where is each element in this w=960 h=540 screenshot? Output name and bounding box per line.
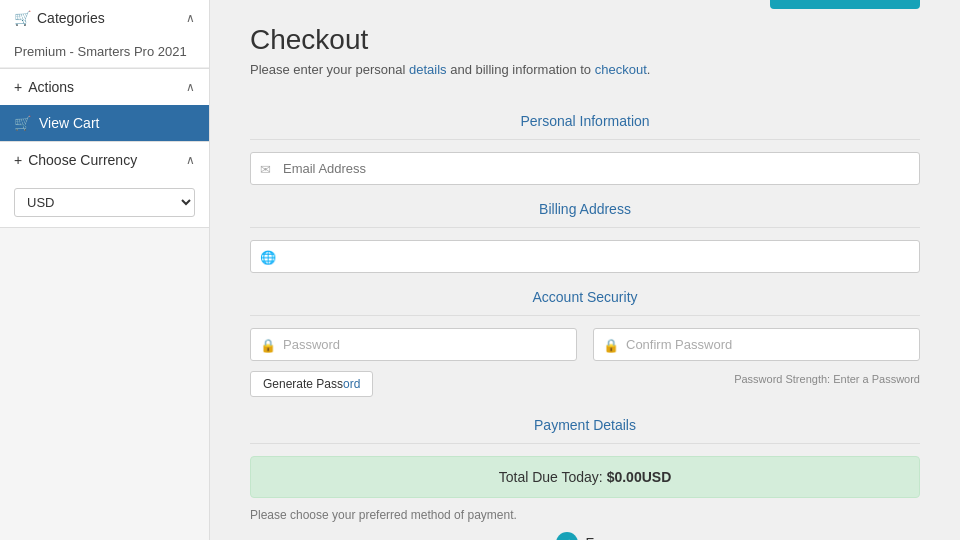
password-input[interactable] bbox=[250, 328, 577, 361]
chevron-up-actions-icon: ∧ bbox=[186, 80, 195, 94]
email-icon: ✉ bbox=[260, 161, 271, 176]
free-option-row: ✓ Free bbox=[250, 532, 920, 540]
generate-password-button[interactable]: Generate Passord bbox=[250, 371, 373, 397]
currency-dropdown-wrapper: USD EUR GBP bbox=[0, 178, 209, 227]
total-value: $0.00USD bbox=[607, 469, 672, 485]
page-subtitle: Please enter your personal details and b… bbox=[250, 62, 920, 77]
billing-address-title: Billing Address bbox=[250, 201, 920, 217]
subtitle-pre: Please enter your personal bbox=[250, 62, 409, 77]
already-registered-button[interactable]: Already Registered? bbox=[770, 0, 920, 9]
email-field-wrapper: ✉ bbox=[250, 152, 920, 185]
cart-icon: 🛒 bbox=[14, 10, 31, 26]
currency-select[interactable]: USD EUR GBP bbox=[14, 188, 195, 217]
country-field-wrapper: 🌐 United States bbox=[250, 240, 920, 273]
lock-icon: 🔒 bbox=[260, 337, 276, 352]
sidebar-actions-label: Actions bbox=[28, 79, 74, 95]
free-label: Free bbox=[586, 535, 615, 540]
preferred-method-text: Please choose your preferred method of p… bbox=[250, 508, 920, 522]
password-field-wrapper: 🔒 bbox=[250, 328, 577, 361]
page-title: Checkout bbox=[250, 24, 920, 56]
password-row: 🔒 🔒 bbox=[250, 328, 920, 361]
password-strength-text: Password Strength: Enter a Password bbox=[734, 373, 920, 385]
lock-confirm-icon: 🔒 bbox=[603, 337, 619, 352]
sidebar-view-cart-item[interactable]: 🛒 View Cart bbox=[0, 105, 209, 141]
account-security-title: Account Security bbox=[250, 289, 920, 305]
sidebar: 🛒 Categories ∧ Premium - Smarters Pro 20… bbox=[0, 0, 210, 540]
free-check-icon: ✓ bbox=[556, 532, 578, 540]
country-input[interactable]: United States bbox=[250, 240, 920, 273]
subtitle-checkout-link[interactable]: checkout bbox=[595, 62, 647, 77]
globe-icon: 🌐 bbox=[260, 249, 276, 264]
sidebar-categories-label: Categories bbox=[37, 10, 105, 26]
confirm-password-input[interactable] bbox=[593, 328, 920, 361]
email-input[interactable] bbox=[250, 152, 920, 185]
total-due-box: Total Due Today: $0.00USD bbox=[250, 456, 920, 498]
subtitle-post: . bbox=[647, 62, 651, 77]
sidebar-actions-header[interactable]: + Actions ∧ bbox=[0, 69, 209, 105]
payment-details-divider bbox=[250, 443, 920, 444]
plus-currency-icon: + bbox=[14, 152, 22, 168]
confirm-password-field-wrapper: 🔒 bbox=[593, 328, 920, 361]
sidebar-actions-section: + Actions ∧ 🛒 View Cart bbox=[0, 69, 209, 142]
sidebar-categories-header[interactable]: 🛒 Categories ∧ bbox=[0, 0, 209, 36]
plus-icon: + bbox=[14, 79, 22, 95]
chevron-up-icon: ∧ bbox=[186, 11, 195, 25]
payment-details-title: Payment Details bbox=[250, 417, 920, 433]
subtitle-mid: and billing information to bbox=[447, 62, 595, 77]
chevron-up-currency-icon: ∧ bbox=[186, 153, 195, 167]
main-content: Already Registered? Checkout Please ente… bbox=[210, 0, 960, 540]
billing-address-divider bbox=[250, 227, 920, 228]
generate-password-link-part: ord bbox=[343, 377, 360, 391]
sidebar-view-cart-label: View Cart bbox=[39, 115, 99, 131]
personal-info-title: Personal Information bbox=[250, 113, 920, 129]
sidebar-currency-label: Choose Currency bbox=[28, 152, 137, 168]
sidebar-currency-section: + Choose Currency ∧ USD EUR GBP bbox=[0, 142, 209, 228]
sidebar-subtitle: Premium - Smarters Pro 2021 bbox=[0, 36, 209, 68]
total-label: Total Due Today: bbox=[499, 469, 603, 485]
sidebar-categories-section: 🛒 Categories ∧ Premium - Smarters Pro 20… bbox=[0, 0, 209, 69]
personal-info-divider bbox=[250, 139, 920, 140]
sidebar-currency-header[interactable]: + Choose Currency ∧ bbox=[0, 142, 209, 178]
account-security-divider bbox=[250, 315, 920, 316]
subtitle-details-link[interactable]: details bbox=[409, 62, 447, 77]
cart-active-icon: 🛒 bbox=[14, 115, 31, 131]
